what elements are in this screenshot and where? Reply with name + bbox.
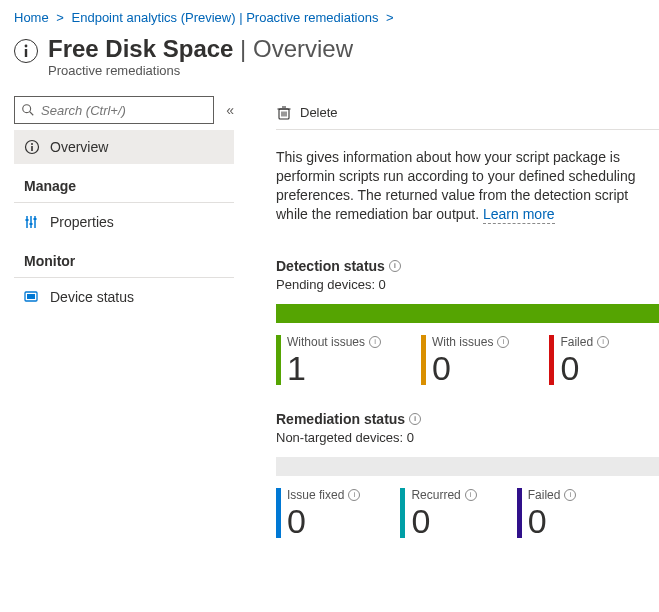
- stat-label: With issuesi: [432, 335, 509, 349]
- stat-tick: [276, 488, 281, 538]
- remediation-nontarget: Non-targeted devices: 0: [276, 430, 659, 445]
- info-icon[interactable]: i: [597, 336, 609, 348]
- detection-pending: Pending devices: 0: [276, 277, 659, 292]
- breadcrumb-analytics[interactable]: Endpoint analytics (Preview) | Proactive…: [72, 10, 379, 25]
- stat-card: Failedi0: [517, 488, 577, 538]
- info-icon[interactable]: i: [348, 489, 360, 501]
- sidebar-item-label: Device status: [50, 289, 134, 305]
- breadcrumb-home[interactable]: Home: [14, 10, 49, 25]
- page-subtitle: Proactive remediations: [48, 63, 353, 78]
- detection-bar-fill: [276, 304, 659, 323]
- breadcrumb: Home > Endpoint analytics (Preview) | Pr…: [0, 0, 659, 25]
- search-input[interactable]: [41, 103, 207, 118]
- intro-text: This gives information about how your sc…: [276, 130, 659, 232]
- sidebar-item-label: Properties: [50, 214, 114, 230]
- info-icon[interactable]: i: [389, 260, 401, 272]
- stat-label: Without issuesi: [287, 335, 381, 349]
- delete-label: Delete: [300, 105, 338, 120]
- stat-card: Failedi0: [549, 335, 609, 385]
- page-header: Free Disk Space | Overview Proactive rem…: [0, 25, 659, 82]
- stat-tick: [400, 488, 405, 538]
- svg-point-2: [23, 105, 31, 113]
- breadcrumb-sep: >: [56, 10, 64, 25]
- stat-card: With issuesi0: [421, 335, 509, 385]
- info-icon[interactable]: i: [409, 413, 421, 425]
- sidebar: « Overview Manage Properties Monitor Dev…: [14, 96, 234, 538]
- delete-button[interactable]: Delete: [276, 105, 338, 121]
- stat-label: Failedi: [528, 488, 577, 502]
- svg-line-3: [30, 112, 34, 116]
- svg-rect-1: [25, 49, 27, 57]
- properties-icon: [24, 214, 40, 230]
- stat-tick: [276, 335, 281, 385]
- content-area: Delete This gives information about how …: [234, 96, 659, 538]
- info-icon[interactable]: i: [564, 489, 576, 501]
- remediation-cards: Issue fixedi0Recurredi0Failedi0: [276, 488, 659, 538]
- collapse-icon[interactable]: «: [226, 102, 234, 118]
- stat-tick: [421, 335, 426, 385]
- detection-bar: [276, 304, 659, 323]
- svg-rect-12: [34, 218, 37, 220]
- detection-cards: Without issuesi1With issuesi0Failedi0: [276, 335, 659, 385]
- stat-card: Issue fixedi0: [276, 488, 360, 538]
- info-icon[interactable]: i: [465, 489, 477, 501]
- stat-label: Issue fixedi: [287, 488, 360, 502]
- stat-label: Failedi: [560, 335, 609, 349]
- device-status-icon: [24, 289, 40, 305]
- stat-tick: [517, 488, 522, 538]
- sidebar-group-manage: Manage: [14, 164, 234, 203]
- breadcrumb-sep: >: [386, 10, 394, 25]
- svg-rect-11: [30, 223, 33, 225]
- remediation-title: Remediation statusi: [276, 411, 659, 427]
- trash-icon: [276, 105, 292, 121]
- stat-value: 0: [528, 504, 577, 538]
- stat-tick: [549, 335, 554, 385]
- search-box[interactable]: [14, 96, 214, 124]
- learn-more-link[interactable]: Learn more: [483, 206, 555, 224]
- svg-point-5: [31, 143, 33, 145]
- info-icon[interactable]: i: [369, 336, 381, 348]
- stat-label: Recurredi: [411, 488, 476, 502]
- svg-rect-6: [31, 146, 33, 151]
- toolbar: Delete: [276, 96, 659, 130]
- stat-value: 1: [287, 351, 381, 385]
- sidebar-item-device-status[interactable]: Device status: [14, 280, 234, 314]
- sidebar-item-label: Overview: [50, 139, 108, 155]
- detection-title: Detection statusi: [276, 258, 659, 274]
- svg-point-0: [25, 45, 28, 48]
- stat-card: Recurredi0: [400, 488, 476, 538]
- sidebar-item-properties[interactable]: Properties: [14, 205, 234, 239]
- remediation-bar: [276, 457, 659, 476]
- stat-value: 0: [411, 504, 476, 538]
- sidebar-group-monitor: Monitor: [14, 239, 234, 278]
- info-icon[interactable]: i: [497, 336, 509, 348]
- sidebar-item-overview[interactable]: Overview: [14, 130, 234, 164]
- info-icon: [14, 39, 38, 63]
- stat-value: 0: [287, 504, 360, 538]
- svg-rect-10: [26, 219, 29, 221]
- search-icon: [21, 103, 35, 117]
- stat-card: Without issuesi1: [276, 335, 381, 385]
- stat-value: 0: [432, 351, 509, 385]
- page-title: Free Disk Space | Overview: [48, 35, 353, 63]
- overview-icon: [24, 139, 40, 155]
- stat-value: 0: [560, 351, 609, 385]
- svg-rect-14: [27, 294, 35, 299]
